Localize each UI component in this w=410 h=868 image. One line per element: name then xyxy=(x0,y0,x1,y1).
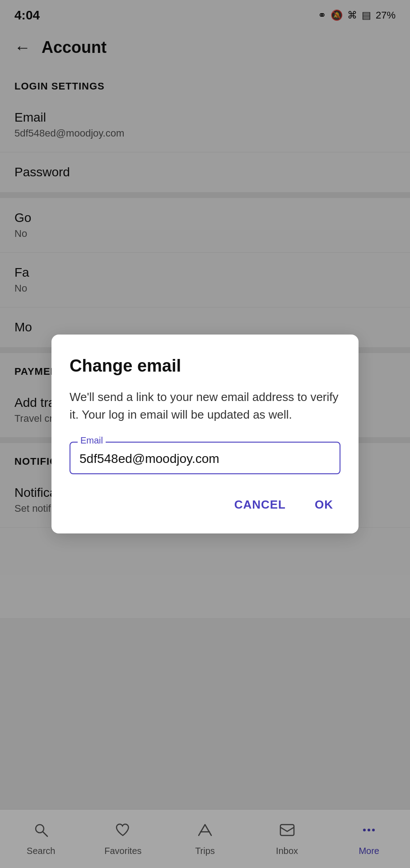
modal-overlay: Change email We'll send a link to your n… xyxy=(0,0,410,868)
email-input[interactable] xyxy=(79,452,331,466)
cancel-button[interactable]: CANCEL xyxy=(227,492,293,517)
ok-button[interactable]: OK xyxy=(308,492,340,517)
email-input-label: Email xyxy=(78,435,106,446)
email-input-container: Email xyxy=(70,442,340,474)
dialog-description: We'll send a link to your new email addr… xyxy=(70,388,340,424)
dialog-actions: CANCEL OK xyxy=(70,492,340,517)
change-email-dialog: Change email We'll send a link to your n… xyxy=(51,335,359,533)
dialog-title: Change email xyxy=(70,356,340,376)
